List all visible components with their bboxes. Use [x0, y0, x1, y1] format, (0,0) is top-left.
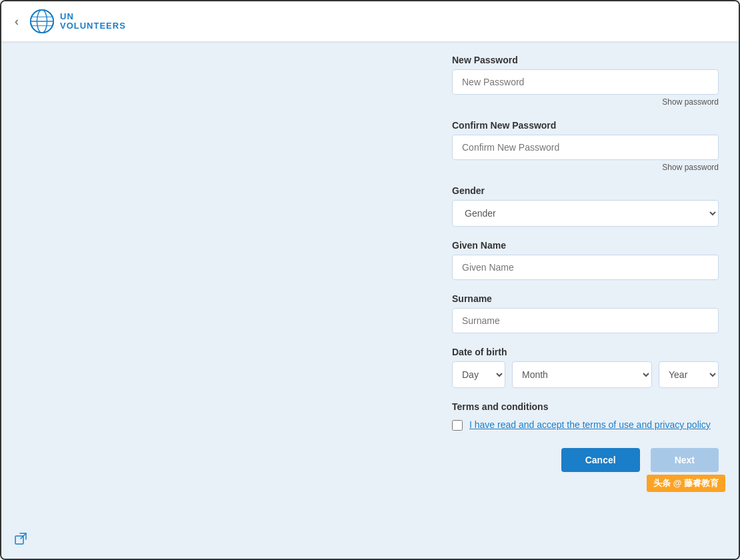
terms-label: Terms and conditions — [452, 401, 719, 412]
given-name-label: Given Name — [452, 240, 719, 251]
cancel-button[interactable]: Cancel — [561, 448, 640, 472]
main-content: New Password Show password Confirm New P… — [1, 41, 739, 559]
dob-row: Day 12345 678910 1112131415 1617181920 2… — [452, 361, 719, 388]
un-logo-icon — [29, 9, 55, 34]
dob-month-select[interactable]: Month JanuaryFebruaryMarchApril MayJuneJ… — [512, 361, 652, 388]
dob-label: Date of birth — [452, 347, 719, 357]
gender-group: Gender Gender Male Female Other Prefer n… — [452, 185, 719, 227]
show-password-link-1[interactable]: Show password — [662, 97, 719, 107]
dob-day-select[interactable]: Day 12345 678910 1112131415 1617181920 2… — [452, 361, 505, 388]
terms-row: I have read and accept the terms of use … — [452, 419, 719, 432]
new-password-group: New Password Show password — [452, 55, 719, 107]
header: ‹ UN VOLUNTEERS — [1, 1, 739, 41]
confirm-password-group: Confirm New Password Show password — [452, 120, 719, 172]
terms-checkbox[interactable] — [452, 420, 463, 431]
logo-area: UN VOLUNTEERS — [29, 9, 126, 34]
surname-label: Surname — [452, 293, 719, 304]
logo-text: UN VOLUNTEERS — [60, 12, 126, 31]
logo-volunteers: VOLUNTEERS — [60, 21, 126, 31]
next-button[interactable]: Next — [651, 448, 719, 472]
new-password-input[interactable] — [452, 69, 719, 95]
confirm-password-input[interactable] — [452, 135, 719, 160]
back-button[interactable]: ‹ — [15, 15, 19, 29]
dob-group: Date of birth Day 12345 678910 111213141… — [452, 347, 719, 388]
gender-label: Gender — [452, 185, 719, 196]
given-name-group: Given Name — [452, 240, 719, 280]
terms-text[interactable]: I have read and accept the terms of use … — [469, 419, 711, 432]
dob-year-select[interactable]: Year 2005200019951990 1985198019751970 — [659, 361, 719, 388]
external-link-icon[interactable] — [15, 533, 27, 548]
given-name-input[interactable] — [452, 255, 719, 280]
new-password-label: New Password — [452, 55, 719, 65]
form-panel: New Password Show password Confirm New P… — [432, 41, 739, 492]
terms-section: Terms and conditions I have read and acc… — [452, 401, 719, 432]
gender-select[interactable]: Gender Male Female Other Prefer not to s… — [452, 200, 719, 227]
confirm-password-label: Confirm New Password — [452, 120, 719, 131]
logo-un: UN — [60, 12, 126, 21]
buttons-row: Cancel Next — [452, 448, 719, 472]
surname-group: Surname — [452, 293, 719, 333]
surname-input[interactable] — [452, 308, 719, 333]
show-password-link-2[interactable]: Show password — [662, 163, 719, 172]
